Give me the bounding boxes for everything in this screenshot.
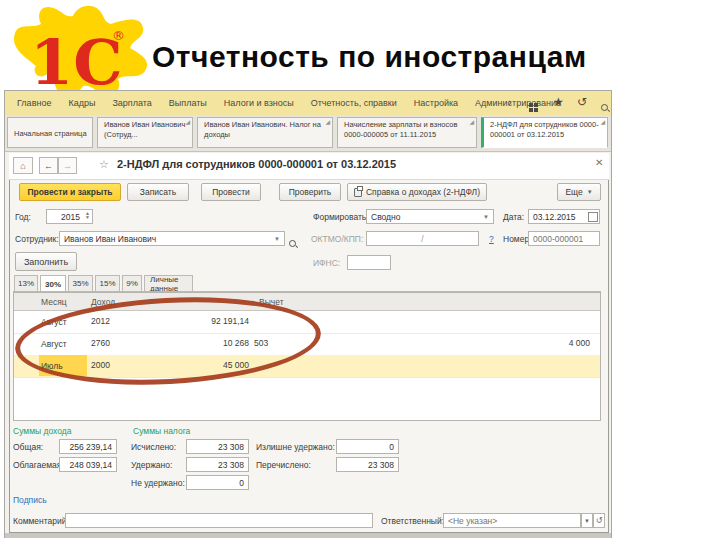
post-and-close-button[interactable]: Провести и закрыть [19,183,121,201]
more-button[interactable]: Еще ▼ [557,183,601,201]
menu-item-reports[interactable]: Отчетность, справки [311,98,397,108]
slide-title: Отчетность по иностранцам [152,40,587,74]
tax-withheld-value: 23 308 [218,460,244,470]
tab-pin-icon[interactable]: ◢ [185,119,190,127]
income-totals-title: Суммы дохода [13,426,71,436]
search-icon[interactable] [601,98,609,116]
post-button[interactable]: Провести [201,183,261,201]
employee-lookup-icon[interactable] [289,234,297,252]
main-menu-items: Главное Кадры Зарплата Выплаты Налоги и … [17,91,561,115]
tab-payroll-document[interactable]: ◢ Начисление зарплаты и взносов 0000-000… [337,117,477,148]
1c-logo: 1С ® [6,2,154,94]
tax-transferred-field[interactable]: 23 308 [336,457,399,472]
tab-label: Иванов Иван Иванович. Налог на доходы [204,120,321,139]
check-button[interactable]: Проверить [279,183,341,201]
tax-calculated-label: Исчислено: [131,442,176,452]
rate-tab-label: 9% [126,279,138,288]
menu-item-administration[interactable]: Администрирование [475,98,561,108]
button-label: Провести [212,187,250,197]
income-certificate-button[interactable]: Справка о доходах (2-НДФЛ) [347,183,487,201]
window-tab-strip: Начальная страница ◢ Иванов Иван Иванови… [5,115,611,152]
all-functions-grid-icon[interactable] [529,98,538,116]
number-input[interactable]: 0000-000001 [528,231,600,246]
oktmo-value: / [421,234,423,244]
generate-select[interactable]: Сводно ▼ [366,209,494,224]
chevron-down-icon: ▼ [584,518,590,524]
number-value: 0000-000001 [533,234,583,244]
year-spinner[interactable]: ▲▼ [83,211,92,219]
tab-label: 2-НДФЛ для сотрудников 0000-000001 от 03… [490,120,599,139]
rate-tab-9[interactable]: 9% [122,275,142,291]
rate-tab-15[interactable]: 15% [95,275,120,291]
save-button[interactable]: Записать [127,183,189,201]
tab-pin-icon[interactable]: ◢ [600,119,605,127]
rate-tab-35[interactable]: 35% [68,275,93,291]
employee-value: Иванов Иван Иванович [64,234,156,244]
responsible-refresh-button[interactable]: ↺ [593,513,605,528]
calendar-icon[interactable] [588,212,598,222]
favorite-star-icon[interactable]: ☆ [99,158,109,171]
chevron-down-icon: ▼ [483,214,489,220]
ifns-input[interactable] [347,255,391,270]
taxable-income-field[interactable]: 248 039,14 [59,457,117,472]
total-income-field[interactable]: 256 239,14 [59,439,117,454]
date-value: 03.12.2015 [533,212,576,222]
main-menu-bar: Главное Кадры Зарплата Выплаты Налоги и … [5,91,611,116]
logo-1c-text: 1С [30,26,123,94]
tab-pin-icon[interactable]: ◢ [469,119,474,127]
year-label: Год: [15,212,31,222]
tax-over-withheld-field[interactable]: 0 [336,439,399,454]
tab-label: Начальная страница [14,129,87,139]
deduction-amount: 4 000 [474,338,590,348]
tab-start-page[interactable]: Начальная страница [7,117,93,148]
year-value: 2015 [61,212,80,222]
menu-item-hr[interactable]: Кадры [68,98,95,108]
tab-2ndfl-document[interactable]: ◢ 2-НДФЛ для сотрудников 0000-000001 от … [481,117,608,148]
window-bottom-edge [5,533,611,538]
rate-tab-13[interactable]: 13% [14,275,38,291]
button-label: Еще [565,187,582,197]
fill-button[interactable]: Заполнить [15,252,77,271]
menu-item-settings[interactable]: Настройка [414,98,458,108]
back-button[interactable]: ← [39,157,58,174]
tax-transferred-label: Перечислено: [256,460,311,470]
total-income-label: Общая: [13,442,43,452]
history-icon[interactable]: ↺ [577,96,587,108]
responsible-dropdown-button[interactable]: ▼ [581,513,593,528]
tax-withheld-field[interactable]: 23 308 [186,457,249,472]
tax-totals-title: Суммы налога [133,426,190,436]
menu-item-main[interactable]: Главное [17,98,51,108]
generate-value: Сводно [371,212,400,222]
home-button[interactable]: ⌂ [13,157,33,174]
employee-label: Сотрудник: [15,234,59,244]
close-icon[interactable]: ✕ [595,157,603,168]
signature-link[interactable]: Подпись [13,495,47,505]
rate-tab-30[interactable]: 30% [40,275,66,292]
tab-employee-income-tax[interactable]: ◢ Иванов Иван Иванович. Налог на доходы [197,117,333,148]
chevron-down-icon: ▼ [274,236,280,242]
tax-not-withheld-field[interactable]: 0 [186,475,249,490]
rate-tab-label: 15% [100,279,116,288]
tab-pin-icon[interactable]: ◢ [325,119,330,127]
button-label: Записать [140,187,176,197]
comment-label: Комментарий: [13,516,69,526]
tab-label: Иванов Иван Иванович (Сотруд... [104,120,185,139]
oktmo-help-link[interactable]: ? [489,234,494,244]
responsible-select[interactable]: <Не указан> [443,513,581,528]
printer-icon [354,188,362,197]
taxable-income-label: Облагаемая: [13,460,64,470]
employee-input[interactable]: Иванов Иван Иванович ▼ [59,231,285,246]
rate-tab-personal-data[interactable]: Личные данные [144,275,193,291]
comment-input[interactable] [65,513,373,528]
tab-employee-card[interactable]: ◢ Иванов Иван Иванович (Сотруд... [97,117,193,148]
oktmo-input[interactable]: / [366,231,479,246]
menu-item-payments[interactable]: Выплаты [169,98,207,108]
column-header-month: Месяц [41,297,67,307]
tax-calculated-field[interactable]: 23 308 [186,439,249,454]
forward-button[interactable]: → [58,157,77,174]
menu-overflow-chevron-icon[interactable]: › [508,97,512,108]
responsible-label: Ответственный: [381,516,444,526]
menu-item-salary[interactable]: Зарплата [112,98,151,108]
menu-item-taxes[interactable]: Налоги и взносы [224,98,294,108]
favorites-star-icon[interactable]: ★ [553,96,564,108]
